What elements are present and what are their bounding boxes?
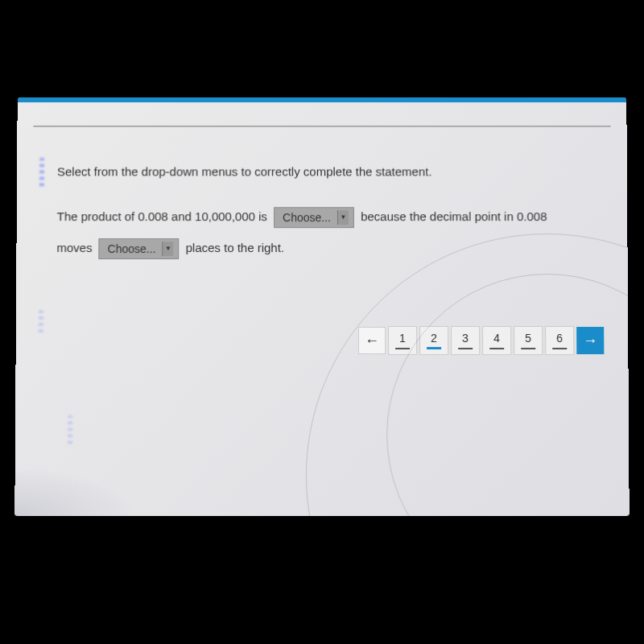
dropdown-answer-1[interactable]: Choose... ▼ xyxy=(274,207,354,228)
screen-reflection xyxy=(39,310,43,334)
dropdown-label: Choose... xyxy=(283,203,331,232)
statement-part2: because the decimal point in 0.008 xyxy=(361,209,547,223)
chevron-down-icon: ▼ xyxy=(337,210,349,225)
screen-reflection xyxy=(68,415,72,447)
chevron-down-icon: ▼ xyxy=(163,242,174,256)
statement-part3: moves xyxy=(56,241,92,254)
top-accent-bar xyxy=(18,97,627,102)
divider-line xyxy=(33,126,610,127)
statement-part1: The product of 0.008 and 10,000,000 is xyxy=(57,209,267,223)
dropdown-answer-2[interactable]: Choose... ▼ xyxy=(99,238,180,259)
dropdown-label: Choose... xyxy=(108,234,156,263)
instruction-text: Select from the drop-down menus to corre… xyxy=(57,158,595,187)
screen-glare xyxy=(14,468,136,516)
statement-part4: places to the right. xyxy=(186,241,284,254)
screen-content: Select from the drop-down menus to corre… xyxy=(14,97,629,516)
photo-frame: Select from the drop-down menus to corre… xyxy=(0,0,644,644)
screen-reflection xyxy=(39,158,44,190)
